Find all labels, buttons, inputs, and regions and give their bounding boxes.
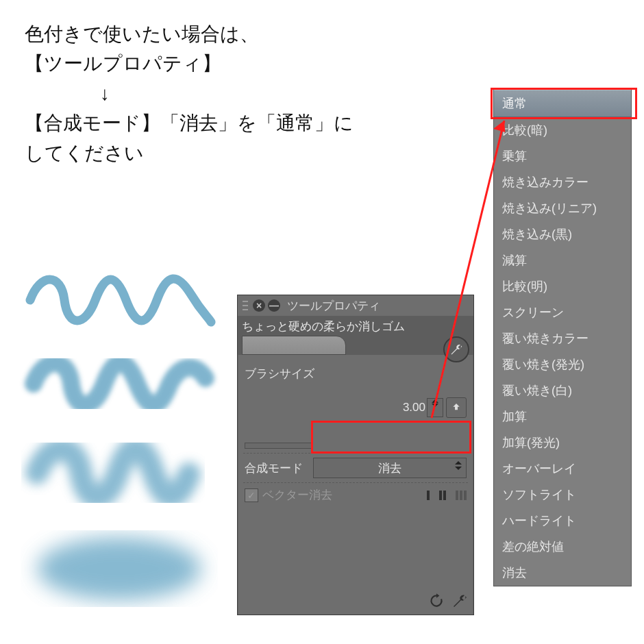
svg-marker-2 bbox=[493, 119, 508, 132]
instr-line3: 【合成モード】「消去」を「通常」に bbox=[25, 112, 354, 134]
close-icon[interactable]: × bbox=[253, 299, 265, 312]
arrow-annotation bbox=[425, 103, 521, 432]
instruction-text: 色付きで使いたい場合は、 【ツールプロパティ】 ↓ 【合成モード】「消去」を「通… bbox=[25, 19, 354, 168]
wrench-footer-icon[interactable] bbox=[449, 590, 471, 612]
blend-mode-option[interactable]: ソフトライト bbox=[494, 482, 631, 508]
blend-mode-option[interactable]: ハードライト bbox=[494, 508, 631, 534]
brush-size-slot[interactable] bbox=[245, 443, 312, 449]
svg-point-0 bbox=[37, 537, 201, 600]
instr-line2: 【ツールプロパティ】 bbox=[25, 53, 221, 74]
blend-mode-value: 消去 bbox=[378, 460, 401, 476]
blend-mode-label: 合成モード bbox=[245, 460, 306, 476]
blend-mode-option[interactable]: 差の絶対値 bbox=[494, 534, 631, 560]
blend-mode-option[interactable]: 加算(発光) bbox=[494, 430, 631, 456]
brush-samples bbox=[16, 260, 222, 617]
minimize-icon[interactable]: — bbox=[268, 299, 280, 312]
brush-size-value[interactable]: 3.00 bbox=[403, 401, 427, 414]
brush-preview bbox=[242, 336, 346, 355]
vector-erase-mode-icons[interactable] bbox=[427, 491, 467, 500]
vector-erase-row: ✓ ベクター消去 bbox=[243, 482, 468, 507]
blend-mode-option[interactable]: 消去 bbox=[494, 560, 631, 586]
panel-grip-icon[interactable] bbox=[240, 299, 250, 312]
instr-arrow: ↓ bbox=[100, 79, 110, 108]
blend-mode-option[interactable]: オーバーレイ bbox=[494, 456, 631, 482]
sub-tool-name: ちょっと硬めの柔らか消しゴム bbox=[242, 320, 405, 333]
svg-line-1 bbox=[432, 121, 504, 418]
panel-footer bbox=[425, 590, 471, 612]
brush-size-label: ブラシサイズ bbox=[245, 366, 314, 441]
instr-line4: してください bbox=[25, 143, 144, 164]
vector-erase-label: ベクター消去 bbox=[262, 487, 332, 503]
refresh-icon[interactable] bbox=[425, 590, 447, 612]
instr-line1: 色付きで使いたい場合は、 bbox=[25, 23, 259, 45]
blend-mode-combo[interactable]: 消去 bbox=[313, 458, 467, 478]
vector-erase-checkbox[interactable]: ✓ bbox=[245, 488, 258, 502]
blend-mode-row: 合成モード 消去 bbox=[243, 453, 468, 482]
panel-title: ツールプロパティ bbox=[287, 298, 380, 314]
